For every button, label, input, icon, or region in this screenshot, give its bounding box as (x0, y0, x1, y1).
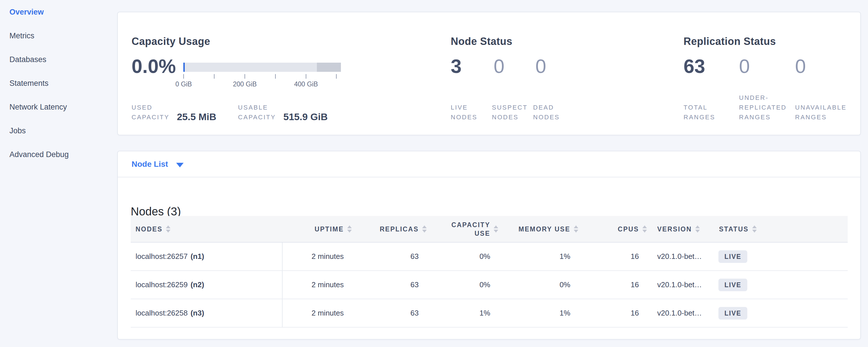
replication-status-title: Replication Status (684, 35, 776, 48)
cpus-cell: 16 (587, 243, 655, 270)
version-cell: v20.1.0-bet… (655, 243, 718, 270)
column-header-capacity-use[interactable]: CAPACITY USE (435, 216, 507, 242)
column-header-cpus[interactable]: CPUS (587, 216, 655, 242)
table-row: localhost:26257(n1) 2 minutes 63 0% 1% 1… (131, 243, 848, 271)
column-header-uptime[interactable]: UPTIME (283, 216, 360, 242)
column-header-version[interactable]: VERSION (655, 216, 718, 242)
cpus-cell: 16 (587, 271, 655, 298)
sidebar-item-jobs[interactable]: Jobs (9, 126, 107, 135)
node-address-cell: localhost:26257(n1) (131, 243, 283, 270)
live-nodes-label: LIVENODES (451, 103, 477, 122)
capacity-bar-used (183, 63, 185, 72)
uptime-cell: 2 minutes (283, 299, 360, 327)
column-header-nodes[interactable]: NODES (131, 216, 283, 242)
axis-tick (245, 74, 245, 79)
usable-capacity-label: USABLE CAPACITY (238, 103, 276, 122)
memory-use-cell: 1% (507, 243, 587, 270)
unavailable-label: UNAVAILABLERANGES (795, 103, 846, 122)
under-replicated-count: 0 (739, 56, 750, 76)
status-badge: LIVE (718, 307, 747, 319)
nodes-table: NODES UPTIME REPLICAS CAPACITY USE MEMOR… (131, 216, 848, 327)
suspect-nodes-label: SUSPECTNODES (492, 103, 528, 122)
node-address-cell: localhost:26259(n2) (131, 271, 283, 298)
capacity-use-cell: 0% (435, 243, 507, 270)
column-header-status[interactable]: STATUS (718, 216, 848, 242)
replicas-cell: 63 (360, 243, 435, 270)
sidebar-item-network-latency[interactable]: Network Latency (9, 103, 107, 111)
under-replicated-label: UNDER-REPLICATEDRANGES (739, 93, 787, 122)
sidebar-item-advanced-debug[interactable]: Advanced Debug (9, 150, 107, 159)
node-list-dropdown[interactable]: Node List (118, 151, 860, 177)
node-list-dropdown-label: Node List (131, 160, 168, 168)
sidebar: Overview Metrics Databases Statements Ne… (9, 8, 107, 174)
sort-icon (695, 225, 700, 232)
axis-tick (275, 74, 276, 79)
status-cell: LIVE (718, 243, 848, 270)
sort-icon (574, 225, 578, 232)
capacity-use-cell: 1% (435, 299, 507, 327)
total-ranges-label: TOTALRANGES (684, 103, 715, 122)
total-ranges-count: 63 (684, 56, 705, 76)
replicas-cell: 63 (360, 271, 435, 298)
sort-icon (347, 225, 352, 232)
uptime-cell: 2 minutes (283, 243, 360, 270)
capacity-bar-chart: 0 GiB 200 GiB 400 GiB (183, 63, 341, 88)
usable-capacity-value: 515.9 GiB (283, 111, 328, 122)
sidebar-item-databases[interactable]: Databases (9, 55, 107, 64)
sidebar-item-metrics[interactable]: Metrics (9, 31, 107, 40)
suspect-nodes-count: 0 (494, 56, 504, 76)
sort-icon (752, 225, 757, 232)
chevron-down-icon (176, 163, 184, 167)
capacity-use-cell: 0% (435, 271, 507, 298)
capacity-bar-reserved (317, 63, 341, 72)
column-header-replicas[interactable]: REPLICAS (360, 216, 435, 242)
live-nodes-count: 3 (451, 56, 462, 76)
capacity-stats: USED CAPACITY 25.5 MiB USABLE CAPACITY 5… (131, 103, 328, 122)
replicas-cell: 63 (360, 299, 435, 327)
capacity-usage-title: Capacity Usage (131, 35, 210, 48)
version-cell: v20.1.0-bet… (655, 271, 718, 298)
table-row: localhost:26258(n3) 2 minutes 63 1% 1% 1… (131, 299, 848, 327)
uptime-cell: 2 minutes (283, 271, 360, 298)
sort-icon (494, 225, 498, 232)
axis-tick (306, 74, 306, 79)
status-badge: LIVE (718, 250, 747, 263)
sort-icon (422, 225, 427, 232)
node-list-card: Node List Nodes (3) NODES UPTIME REPLICA… (117, 151, 861, 340)
cpus-cell: 16 (587, 299, 655, 327)
nodes-table-header: NODES UPTIME REPLICAS CAPACITY USE MEMOR… (131, 216, 848, 243)
node-status-title: Node Status (451, 35, 513, 48)
sidebar-item-statements[interactable]: Statements (9, 79, 107, 88)
used-capacity-value: 25.5 MiB (177, 111, 216, 122)
status-cell: LIVE (718, 271, 848, 298)
sidebar-item-overview[interactable]: Overview (9, 8, 107, 16)
capacity-bar (183, 63, 341, 72)
axis-tick (336, 74, 337, 79)
dead-nodes-label: DEADNODES (533, 103, 560, 122)
axis-tick (183, 74, 184, 79)
table-row: localhost:26259(n2) 2 minutes 63 0% 0% 1… (131, 271, 848, 299)
column-header-memory-use[interactable]: MEMORY USE (507, 216, 587, 242)
axis-label: 400 GiB (280, 81, 332, 88)
dead-nodes-count: 0 (535, 56, 546, 76)
used-capacity-label: USED CAPACITY (131, 103, 169, 122)
capacity-bar-axis (183, 74, 341, 80)
memory-use-cell: 1% (507, 299, 587, 327)
sort-icon (642, 225, 647, 232)
capacity-used-percent: 0.0% (131, 56, 176, 76)
status-cell: LIVE (718, 299, 848, 327)
axis-label: 200 GiB (219, 81, 271, 88)
axis-tick (214, 74, 215, 79)
capacity-axis-labels: 0 GiB 200 GiB 400 GiB (183, 81, 341, 88)
cluster-summary-card: Capacity Usage Node Status Replication S… (117, 12, 861, 135)
memory-use-cell: 0% (507, 271, 587, 298)
unavailable-count: 0 (795, 56, 806, 76)
version-cell: v20.1.0-bet… (655, 299, 718, 327)
axis-label: 0 GiB (158, 81, 209, 88)
status-badge: LIVE (718, 279, 747, 291)
node-address-cell: localhost:26258(n3) (131, 299, 283, 327)
sort-icon (166, 225, 170, 232)
